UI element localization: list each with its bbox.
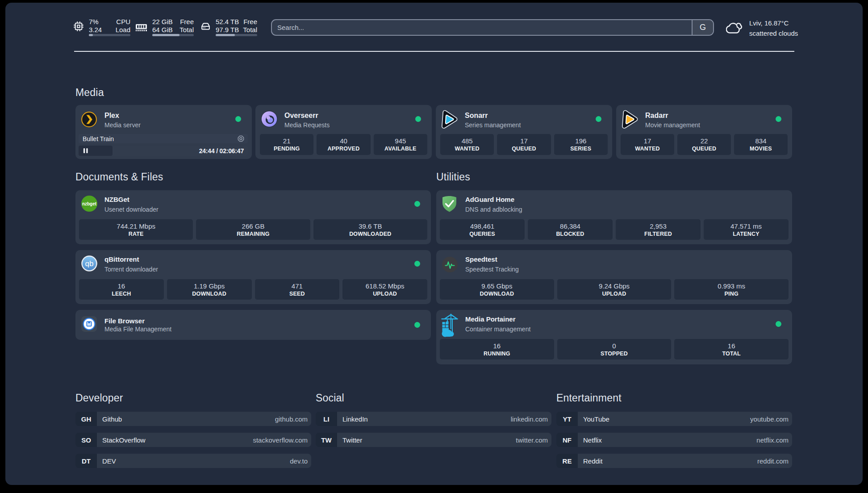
svg-text:qb: qb: [85, 259, 94, 268]
svg-text:nzbget: nzbget: [82, 201, 97, 206]
